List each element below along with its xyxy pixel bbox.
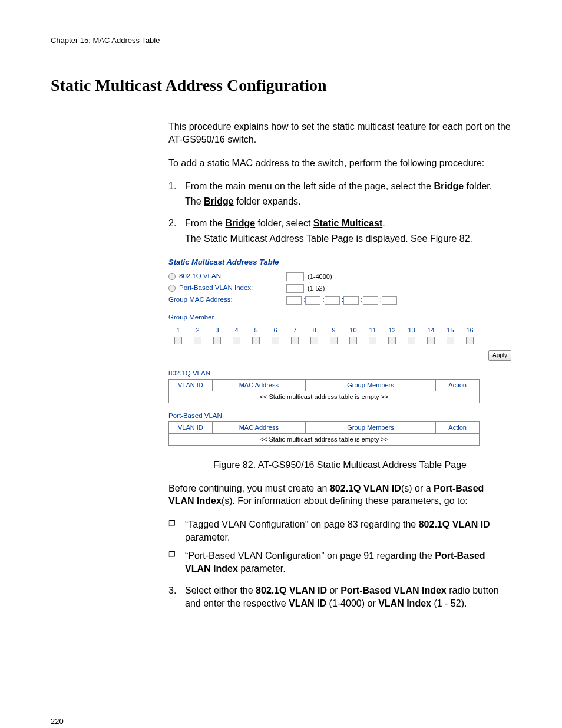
mac-octet-2[interactable] <box>305 296 320 305</box>
table-label-8021q: 802.1Q VLAN <box>168 369 511 378</box>
col-group-members: Group Members <box>305 422 435 434</box>
chapter-header: Chapter 15: MAC Address Table <box>51 35 511 46</box>
col-vlan-id: VLAN ID <box>169 422 213 434</box>
text: parameter. <box>238 564 286 574</box>
port-checkbox-4[interactable] <box>233 337 240 344</box>
bullet-1: ❐ “Tagged VLAN Configuration” on page 83… <box>168 518 511 543</box>
text: (s) or a <box>401 483 434 493</box>
port-col-6: 6 <box>266 325 285 336</box>
empty-message: << Static multicast address table is emp… <box>169 434 480 446</box>
addr-table-8021q: VLAN ID MAC Address Group Members Action… <box>168 379 480 403</box>
mac-octet-6[interactable] <box>382 296 397 305</box>
text: folder. <box>464 181 492 191</box>
port-checkbox-7[interactable] <box>291 337 299 344</box>
bridge-bold: Bridge <box>434 181 464 191</box>
port-col-15: 15 <box>441 325 460 336</box>
port-col-9: 9 <box>324 325 343 336</box>
procedure-list-cont: 3. Select either the 802.1Q VLAN ID or P… <box>168 584 511 610</box>
col-mac-address: MAC Address <box>212 422 305 434</box>
port-checkbox-1[interactable] <box>174 337 182 344</box>
port-checkbox-2[interactable] <box>194 337 201 344</box>
text: . <box>382 218 385 228</box>
mac-octet-1[interactable] <box>286 296 302 305</box>
col-mac-address: MAC Address <box>212 380 305 391</box>
label-group-mac: Group MAC Address: <box>168 295 233 305</box>
ports-checkbox-row <box>168 335 480 348</box>
sub-line: The Bridge folder expands. <box>185 195 511 208</box>
intro-paragraph-1: This procedure explains how to set the s… <box>168 120 511 146</box>
bold-vlan-id: VLAN ID <box>289 598 326 608</box>
port-checkbox-9[interactable] <box>330 337 338 344</box>
port-checkbox-16[interactable] <box>466 337 474 344</box>
col-action: Action <box>436 380 480 391</box>
text: The <box>185 196 204 206</box>
input-8021q-vlan[interactable] <box>286 272 304 281</box>
port-checkbox-15[interactable] <box>447 337 454 344</box>
text: folder expands. <box>234 196 301 206</box>
ports-header-row: 1 2 3 4 5 6 7 8 9 10 11 12 13 14 15 16 <box>168 325 480 336</box>
addr-table-portbased: VLAN ID MAC Address Group Members Action… <box>168 421 480 446</box>
port-checkbox-12[interactable] <box>388 337 396 344</box>
step-1: 1. From the main menu on the left side o… <box>168 180 511 207</box>
figure-82: Static Multicast Address Table 802.1Q VL… <box>168 257 511 446</box>
bridge-link[interactable]: Bridge <box>204 196 234 206</box>
figure-caption: Figure 82. AT-GS950/16 Static Multicast … <box>168 459 511 472</box>
sub-line: The Static Multicast Address Table Page … <box>185 232 511 245</box>
port-checkbox-5[interactable] <box>252 337 260 344</box>
bullet-body: “Port-Based VLAN Configuration” on page … <box>185 549 511 575</box>
text: or <box>327 585 340 595</box>
figure-title: Static Multicast Address Table <box>168 257 511 268</box>
port-checkbox-10[interactable] <box>349 337 357 344</box>
bold-8021q-vlan-id: 802.1Q VLAN ID <box>330 483 401 493</box>
bold-8021q-vlan-id: 802.1Q VLAN ID <box>419 519 490 529</box>
port-col-14: 14 <box>421 325 441 336</box>
bullet-body: “Tagged VLAN Configuration” on page 83 r… <box>185 518 511 543</box>
text: Before continuing, you must create an <box>168 483 330 493</box>
text: folder, select <box>255 218 313 228</box>
step-3: 3. Select either the 802.1Q VLAN ID or P… <box>168 584 511 610</box>
static-multicast-link[interactable]: Static Multicast <box>313 218 382 228</box>
port-checkbox-11[interactable] <box>369 337 376 344</box>
bridge-link[interactable]: Bridge <box>225 218 255 228</box>
port-checkbox-14[interactable] <box>427 337 435 344</box>
port-col-5: 5 <box>246 325 266 336</box>
text: From the <box>185 218 225 228</box>
bullet-icon: ❐ <box>168 549 185 575</box>
port-col-8: 8 <box>305 325 324 336</box>
page-number: 220 <box>51 716 511 727</box>
col-group-members: Group Members <box>305 380 435 391</box>
port-checkbox-8[interactable] <box>310 337 318 344</box>
mac-octet-5[interactable] <box>363 296 378 305</box>
text: (1-4000) or <box>326 598 378 608</box>
hint-portbased: (1-52) <box>308 284 325 293</box>
label-port-based-vlan: Port-Based VLAN Index: <box>179 284 253 293</box>
text: “Tagged VLAN Configuration” on page 83 r… <box>185 519 419 529</box>
label-8021q-vlan: 802.1Q VLAN: <box>179 272 223 281</box>
port-col-16: 16 <box>460 325 480 336</box>
port-checkbox-6[interactable] <box>272 337 279 344</box>
page-title: Static Multicast Address Configuration <box>51 74 511 97</box>
port-checkbox-3[interactable] <box>213 337 221 344</box>
mac-octet-4[interactable] <box>343 296 359 305</box>
port-col-3: 3 <box>207 325 227 336</box>
step-number: 2. <box>168 217 185 245</box>
bold-8021q-vlan-id: 802.1Q VLAN ID <box>256 585 327 595</box>
empty-message: << Static multicast address table is emp… <box>169 391 480 403</box>
ports-table: 1 2 3 4 5 6 7 8 9 10 11 12 13 14 15 16 <box>168 325 480 348</box>
port-col-13: 13 <box>402 325 421 336</box>
step-number: 3. <box>168 584 185 610</box>
radio-port-based-vlan[interactable] <box>168 285 176 292</box>
figure-body: 802.1Q VLAN: (1-4000) Port-Based VLAN In… <box>168 271 511 446</box>
port-col-7: 7 <box>285 325 305 336</box>
mac-octet-3[interactable] <box>325 296 340 305</box>
input-port-based-vlan[interactable] <box>286 284 304 293</box>
mac-row: Group MAC Address: : : : : : <box>168 294 511 306</box>
radio-row-portbased: Port-Based VLAN Index: (1-52) <box>168 282 511 294</box>
step-body: Select either the 802.1Q VLAN ID or Port… <box>185 584 511 610</box>
col-vlan-id: VLAN ID <box>169 380 213 391</box>
port-checkbox-13[interactable] <box>408 337 415 344</box>
port-col-1: 1 <box>168 325 188 336</box>
text: (s). For information about defining thes… <box>222 496 468 506</box>
radio-8021q-vlan[interactable] <box>168 273 176 280</box>
apply-button[interactable]: Apply <box>488 350 511 361</box>
